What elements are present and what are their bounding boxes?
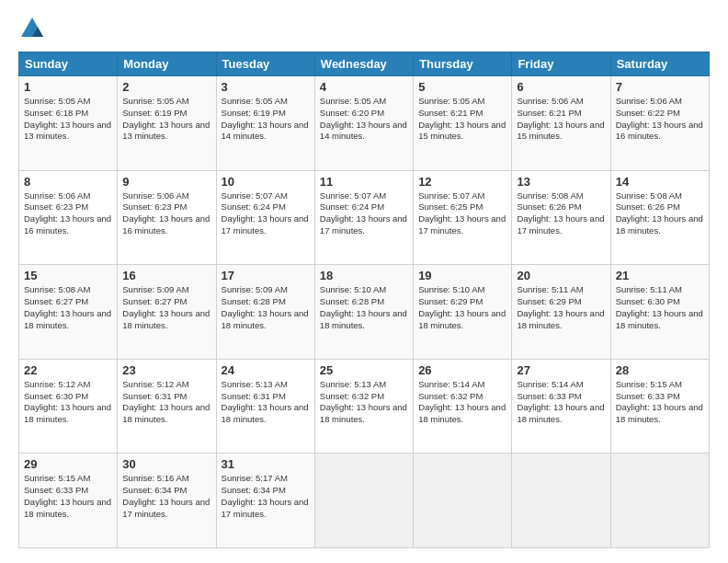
day-number: 26 (418, 363, 506, 377)
cell-info: Sunrise: 5:06 AMSunset: 6:21 PMDaylight:… (517, 96, 604, 141)
cell-info: Sunrise: 5:12 AMSunset: 6:30 PMDaylight:… (24, 379, 111, 424)
cell-2-3: 18 Sunrise: 5:10 AMSunset: 6:28 PMDaylig… (314, 265, 413, 360)
cell-info: Sunrise: 5:11 AMSunset: 6:29 PMDaylight:… (517, 284, 604, 329)
cell-info: Sunrise: 5:06 AMSunset: 6:22 PMDaylight:… (616, 96, 703, 141)
day-number: 20 (517, 269, 605, 282)
cell-3-5: 27 Sunrise: 5:14 AMSunset: 6:33 PMDaylig… (512, 359, 610, 454)
cell-2-4: 19 Sunrise: 5:10 AMSunset: 6:29 PMDaylig… (414, 265, 512, 360)
cell-4-1: 30 Sunrise: 5:16 AMSunset: 6:34 PMDaylig… (118, 454, 216, 548)
cell-info: Sunrise: 5:15 AMSunset: 6:33 PMDaylight:… (616, 379, 703, 424)
cell-3-4: 26 Sunrise: 5:14 AMSunset: 6:32 PMDaylig… (414, 359, 512, 454)
cell-info: Sunrise: 5:15 AMSunset: 6:33 PMDaylight:… (24, 473, 111, 518)
cell-1-1: 9 Sunrise: 5:06 AMSunset: 6:23 PMDayligh… (118, 170, 216, 265)
cell-2-2: 17 Sunrise: 5:09 AMSunset: 6:28 PMDaylig… (216, 265, 314, 360)
cell-info: Sunrise: 5:08 AMSunset: 6:26 PMDaylight:… (517, 190, 604, 236)
day-number: 23 (122, 363, 210, 377)
header-row: Sunday Monday Tuesday Wednesday Thursday… (19, 52, 710, 76)
cell-1-2: 10 Sunrise: 5:07 AMSunset: 6:24 PMDaylig… (216, 170, 314, 265)
cell-info: Sunrise: 5:06 AMSunset: 6:23 PMDaylight:… (122, 190, 210, 236)
cell-0-4: 5 Sunrise: 5:05 AMSunset: 6:21 PMDayligh… (414, 76, 512, 171)
cell-info: Sunrise: 5:14 AMSunset: 6:32 PMDaylight:… (418, 379, 506, 424)
logo-icon (18, 15, 46, 42)
week-row-5: 29 Sunrise: 5:15 AMSunset: 6:33 PMDaylig… (19, 454, 710, 548)
cell-info: Sunrise: 5:10 AMSunset: 6:29 PMDaylight:… (418, 284, 506, 329)
day-number: 10 (222, 175, 310, 189)
cell-4-4 (414, 454, 512, 548)
calendar: Sunday Monday Tuesday Wednesday Thursday… (18, 52, 710, 548)
cell-3-1: 23 Sunrise: 5:12 AMSunset: 6:31 PMDaylig… (118, 359, 216, 454)
cell-3-6: 28 Sunrise: 5:15 AMSunset: 6:33 PMDaylig… (610, 359, 709, 454)
cell-1-5: 13 Sunrise: 5:08 AMSunset: 6:26 PMDaylig… (512, 170, 610, 265)
page: Sunday Monday Tuesday Wednesday Thursday… (0, 0, 728, 563)
day-number: 27 (517, 363, 605, 377)
col-wednesday: Wednesday (314, 52, 413, 76)
day-number: 11 (320, 175, 408, 189)
cell-4-0: 29 Sunrise: 5:15 AMSunset: 6:33 PMDaylig… (19, 454, 118, 548)
day-number: 31 (222, 457, 310, 471)
col-saturday: Saturday (610, 52, 709, 76)
cell-4-6 (610, 454, 709, 548)
cell-3-2: 24 Sunrise: 5:13 AMSunset: 6:31 PMDaylig… (216, 359, 314, 454)
cell-4-3 (314, 454, 413, 548)
day-number: 28 (616, 363, 704, 377)
day-number: 12 (418, 175, 506, 189)
cell-info: Sunrise: 5:05 AMSunset: 6:19 PMDaylight:… (122, 96, 210, 141)
cell-0-1: 2 Sunrise: 5:05 AMSunset: 6:19 PMDayligh… (118, 76, 216, 171)
day-number: 25 (320, 363, 408, 377)
cell-info: Sunrise: 5:09 AMSunset: 6:28 PMDaylight:… (222, 284, 309, 329)
cell-info: Sunrise: 5:09 AMSunset: 6:27 PMDaylight:… (122, 284, 210, 329)
day-number: 21 (616, 269, 704, 282)
cell-3-3: 25 Sunrise: 5:13 AMSunset: 6:32 PMDaylig… (314, 359, 413, 454)
cell-2-0: 15 Sunrise: 5:08 AMSunset: 6:27 PMDaylig… (19, 265, 118, 360)
day-number: 8 (24, 175, 112, 189)
cell-info: Sunrise: 5:10 AMSunset: 6:28 PMDaylight:… (320, 284, 407, 329)
cell-info: Sunrise: 5:14 AMSunset: 6:33 PMDaylight:… (517, 379, 604, 424)
day-number: 6 (517, 80, 605, 94)
cell-0-0: 1 Sunrise: 5:05 AMSunset: 6:18 PMDayligh… (19, 76, 118, 171)
day-number: 7 (616, 80, 704, 94)
day-number: 2 (122, 80, 210, 94)
day-number: 5 (418, 80, 506, 94)
cell-info: Sunrise: 5:07 AMSunset: 6:24 PMDaylight:… (320, 190, 407, 236)
col-friday: Friday (512, 52, 610, 76)
day-number: 29 (24, 457, 112, 471)
week-row-3: 15 Sunrise: 5:08 AMSunset: 6:27 PMDaylig… (19, 265, 710, 360)
day-number: 14 (616, 175, 704, 189)
day-number: 30 (122, 457, 210, 471)
cell-3-0: 22 Sunrise: 5:12 AMSunset: 6:30 PMDaylig… (19, 359, 118, 454)
cell-1-6: 14 Sunrise: 5:08 AMSunset: 6:26 PMDaylig… (610, 170, 709, 265)
cell-4-5 (512, 454, 610, 548)
day-number: 22 (24, 363, 112, 377)
cell-2-5: 20 Sunrise: 5:11 AMSunset: 6:29 PMDaylig… (512, 265, 610, 360)
day-number: 3 (222, 80, 310, 94)
cell-0-5: 6 Sunrise: 5:06 AMSunset: 6:21 PMDayligh… (512, 76, 610, 171)
day-number: 13 (517, 175, 605, 189)
cell-info: Sunrise: 5:08 AMSunset: 6:26 PMDaylight:… (616, 190, 703, 236)
day-number: 4 (320, 80, 408, 94)
week-row-1: 1 Sunrise: 5:05 AMSunset: 6:18 PMDayligh… (19, 76, 710, 171)
col-monday: Monday (118, 52, 216, 76)
cell-1-4: 12 Sunrise: 5:07 AMSunset: 6:25 PMDaylig… (414, 170, 512, 265)
cell-0-6: 7 Sunrise: 5:06 AMSunset: 6:22 PMDayligh… (610, 76, 709, 171)
cell-1-0: 8 Sunrise: 5:06 AMSunset: 6:23 PMDayligh… (19, 170, 118, 265)
cell-1-3: 11 Sunrise: 5:07 AMSunset: 6:24 PMDaylig… (314, 170, 413, 265)
cell-0-3: 4 Sunrise: 5:05 AMSunset: 6:20 PMDayligh… (314, 76, 413, 171)
day-number: 18 (320, 269, 408, 282)
cell-info: Sunrise: 5:05 AMSunset: 6:20 PMDaylight:… (320, 96, 407, 141)
header (18, 15, 710, 42)
week-row-4: 22 Sunrise: 5:12 AMSunset: 6:30 PMDaylig… (19, 359, 710, 454)
cell-info: Sunrise: 5:13 AMSunset: 6:32 PMDaylight:… (320, 379, 407, 424)
day-number: 17 (222, 269, 310, 282)
cell-2-6: 21 Sunrise: 5:11 AMSunset: 6:30 PMDaylig… (610, 265, 709, 360)
day-number: 1 (24, 80, 112, 94)
day-number: 19 (418, 269, 506, 282)
day-number: 9 (122, 175, 210, 189)
week-row-2: 8 Sunrise: 5:06 AMSunset: 6:23 PMDayligh… (19, 170, 710, 265)
logo (18, 15, 51, 42)
cell-4-2: 31 Sunrise: 5:17 AMSunset: 6:34 PMDaylig… (216, 454, 314, 548)
calendar-body: 1 Sunrise: 5:05 AMSunset: 6:18 PMDayligh… (19, 76, 710, 548)
cell-info: Sunrise: 5:13 AMSunset: 6:31 PMDaylight:… (222, 379, 309, 424)
day-number: 15 (24, 269, 112, 282)
cell-2-1: 16 Sunrise: 5:09 AMSunset: 6:27 PMDaylig… (118, 265, 216, 360)
col-sunday: Sunday (19, 52, 118, 76)
